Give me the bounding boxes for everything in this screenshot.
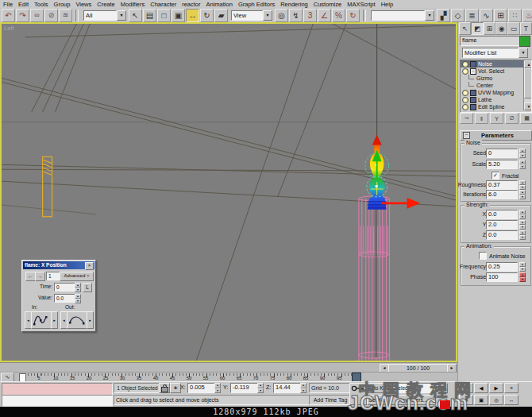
- iterations-spinner[interactable]: [519, 190, 526, 199]
- strength-z-spinner[interactable]: [519, 230, 526, 240]
- object-name-field[interactable]: flame: [460, 36, 520, 46]
- menu-item[interactable]: reactor: [182, 1, 200, 8]
- mirror-icon[interactable]: ▞: [437, 9, 450, 22]
- material-editor-icon[interactable]: ∷: [508, 9, 522, 22]
- field-of-view-icon[interactable]: ◎: [489, 395, 503, 405]
- zoom-icon[interactable]: ⊕: [459, 395, 473, 405]
- x-coord-field[interactable]: 0.005: [187, 383, 218, 393]
- render-setup-icon[interactable]: ♨: [522, 9, 532, 22]
- use-pivot-center-icon[interactable]: ◎: [275, 9, 288, 22]
- undo-icon[interactable]: ↶: [2, 9, 15, 22]
- set-keys-key-icon[interactable]: [349, 383, 367, 405]
- time-spinner[interactable]: [75, 283, 81, 292]
- make-unique-icon[interactable]: Y: [490, 113, 503, 124]
- add-time-tag[interactable]: Add Time Tag: [309, 395, 352, 405]
- object-color-swatch[interactable]: [519, 36, 530, 47]
- select-and-move-icon[interactable]: ↔: [186, 9, 199, 22]
- tab-create[interactable]: ↖: [459, 22, 471, 35]
- x-coord-spinner[interactable]: [214, 383, 221, 393]
- y-coord-field[interactable]: -0.119: [230, 383, 260, 393]
- menu-item[interactable]: Group: [54, 1, 71, 8]
- stack-item-center[interactable]: Center: [461, 82, 531, 89]
- collapse-minus-icon[interactable]: −: [470, 68, 476, 75]
- select-and-rotate-icon[interactable]: ↻: [200, 9, 214, 22]
- stack-scrollbar[interactable]: ▲ ▼: [523, 60, 532, 110]
- angle-snap-icon[interactable]: ∠: [318, 9, 331, 22]
- menu-item[interactable]: Create: [97, 1, 115, 8]
- in-tangent-curve-button[interactable]: [31, 311, 52, 329]
- menu-item[interactable]: Animation: [206, 1, 233, 8]
- snap-toggle-3d-icon[interactable]: 3: [303, 9, 317, 22]
- redo-icon[interactable]: ↷: [16, 9, 29, 22]
- set-key-button[interactable]: Set Key: [367, 395, 389, 405]
- stack-item-noise[interactable]: Noise: [461, 60, 531, 68]
- percent-snap-icon[interactable]: %: [332, 9, 345, 22]
- menu-item[interactable]: Help: [381, 1, 393, 8]
- key-mode-value[interactable]: Selected: [392, 383, 438, 393]
- menu-item[interactable]: Edit: [18, 1, 29, 8]
- chevron-down-icon[interactable]: [438, 383, 448, 393]
- scroll-up-icon[interactable]: ▲: [524, 60, 532, 68]
- modifier-list-value[interactable]: Modifier List: [462, 48, 519, 58]
- pan-icon[interactable]: ↔: [504, 395, 519, 405]
- animate-noise-checkbox[interactable]: [479, 252, 487, 260]
- stack-item-lathe[interactable]: Lathe: [461, 96, 531, 103]
- curve-editor-icon[interactable]: ∿: [480, 9, 493, 22]
- chevron-down-icon[interactable]: [263, 10, 272, 21]
- menu-item[interactable]: Tools: [34, 1, 48, 8]
- strength-y-spinner[interactable]: [519, 220, 526, 230]
- seed-field[interactable]: 0: [486, 149, 518, 158]
- selection-lock-icon[interactable]: [159, 383, 170, 393]
- modifier-list-dropdown[interactable]: Modifier List: [462, 48, 528, 58]
- lightbulb-icon[interactable]: [462, 104, 468, 110]
- spinner-snap-icon[interactable]: ↻: [346, 9, 360, 22]
- scale-field[interactable]: 5.20: [486, 160, 518, 169]
- dialog-title-bar[interactable]: flame: X Position: [23, 261, 94, 269]
- named-selection-value[interactable]: [371, 10, 425, 21]
- close-icon[interactable]: ×: [85, 262, 94, 270]
- z-coord-field[interactable]: 14.44: [273, 383, 303, 393]
- play-icon[interactable]: ▶: [489, 383, 503, 393]
- lightbulb-icon[interactable]: [462, 90, 468, 96]
- selection-filter-dropdown[interactable]: All: [83, 10, 126, 21]
- configure-modifier-sets-icon[interactable]: ▦: [520, 113, 532, 124]
- select-and-scale-icon[interactable]: ▰: [214, 9, 228, 22]
- previous-frame-icon[interactable]: ◀: [474, 383, 488, 393]
- viewport-label[interactable]: Left: [4, 25, 14, 32]
- layer-manager-icon[interactable]: ≣: [465, 9, 479, 22]
- next-key-icon[interactable]: →: [35, 272, 45, 281]
- lightbulb-icon[interactable]: [462, 97, 468, 103]
- lightbulb-icon[interactable]: [462, 68, 468, 75]
- strength-z-field[interactable]: 0.0: [486, 230, 518, 240]
- select-by-name-icon[interactable]: ▤: [143, 9, 156, 22]
- select-and-manipulate-icon[interactable]: ↯: [289, 9, 303, 22]
- stack-item-uvw-mapping[interactable]: UVW Mapping: [461, 89, 531, 96]
- tab-hierarchy[interactable]: ⊞: [484, 22, 495, 35]
- chevron-down-icon[interactable]: [117, 10, 126, 21]
- menu-item[interactable]: Customize: [314, 1, 341, 8]
- stack-item-edit-spline[interactable]: Edit Spline: [461, 103, 531, 110]
- z-coord-spinner[interactable]: [300, 383, 306, 393]
- scroll-down-icon[interactable]: ▼: [524, 102, 532, 110]
- pin-stack-icon[interactable]: ⊸: [460, 113, 473, 124]
- rectangular-region-icon[interactable]: □: [157, 9, 171, 22]
- select-object-icon[interactable]: ↖: [129, 9, 142, 22]
- frequency-field[interactable]: 0.25: [486, 262, 518, 272]
- fractal-checkbox[interactable]: ✓: [492, 172, 499, 180]
- menu-item[interactable]: File: [3, 1, 13, 8]
- strength-x-field[interactable]: 0.0: [486, 210, 518, 219]
- schematic-view-icon[interactable]: ⊞: [494, 9, 507, 22]
- bind-to-spacewarp-icon[interactable]: ≋: [59, 9, 72, 22]
- phase-field[interactable]: 100: [486, 272, 518, 282]
- tab-display[interactable]: ▭: [507, 22, 519, 35]
- stack-item-vol-select[interactable]: − Vol. Select: [461, 68, 531, 75]
- menu-item[interactable]: Modifiers: [121, 1, 145, 8]
- maxscript-mini-listener-pink[interactable]: [2, 383, 113, 396]
- tab-modify[interactable]: ◩: [471, 22, 483, 35]
- out-tangent-curve-button[interactable]: [67, 311, 87, 329]
- menu-item[interactable]: Views: [75, 1, 91, 8]
- zoom-extents-icon[interactable]: ▣: [474, 395, 488, 405]
- scale-spinner[interactable]: [519, 160, 526, 169]
- reference-coordinate-value[interactable]: View: [231, 10, 263, 21]
- key-mode-dropdown[interactable]: Selected: [392, 383, 448, 393]
